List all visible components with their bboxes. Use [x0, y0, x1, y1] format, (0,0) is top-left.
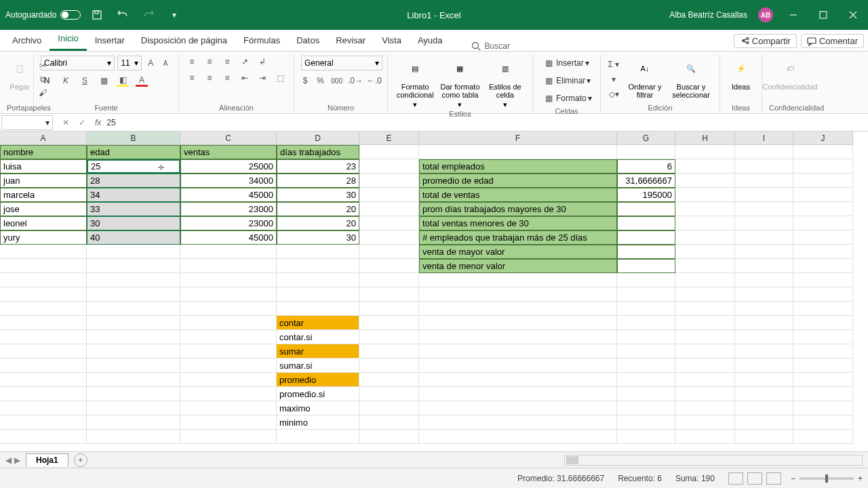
- cell[interactable]: [617, 387, 675, 401]
- cell[interactable]: [735, 202, 793, 216]
- cell[interactable]: [0, 245, 87, 259]
- tab-revisar[interactable]: Revisar: [328, 31, 374, 51]
- function-name[interactable]: sumar.si: [277, 359, 359, 373]
- redo-icon[interactable]: [139, 5, 158, 24]
- function-name[interactable]: promedio: [277, 373, 359, 387]
- cell-ventas[interactable]: 45000: [180, 230, 277, 245]
- cell[interactable]: [419, 302, 617, 316]
- cell[interactable]: [87, 273, 180, 287]
- cell[interactable]: [793, 230, 853, 245]
- font-name-select[interactable]: Calibri▾: [41, 56, 115, 70]
- view-page-break-icon[interactable]: [766, 472, 781, 485]
- summary-label[interactable]: # empleados que trabajan más de 25 días: [419, 230, 617, 245]
- autosum-icon[interactable]: Σ ▾: [608, 58, 620, 70]
- cell[interactable]: [359, 430, 419, 444]
- align-left-icon[interactable]: ≡: [186, 72, 198, 84]
- cell-ventas[interactable]: 45000: [180, 188, 277, 202]
- percent-icon[interactable]: %: [316, 75, 324, 87]
- cell[interactable]: [0, 415, 87, 430]
- cell[interactable]: [793, 344, 853, 359]
- cell-edad[interactable]: 34: [87, 188, 180, 202]
- cell[interactable]: [180, 316, 277, 330]
- cell-ventas[interactable]: 23000: [180, 202, 277, 216]
- fill-icon[interactable]: ▾: [608, 73, 620, 85]
- font-color-icon[interactable]: A: [136, 75, 148, 87]
- zoom-in-icon[interactable]: +: [858, 474, 863, 483]
- cell[interactable]: [359, 145, 419, 159]
- summary-label[interactable]: total de ventas: [419, 188, 617, 202]
- minimize-icon[interactable]: [784, 5, 803, 24]
- cell[interactable]: [675, 344, 735, 359]
- cell-nombre[interactable]: leonel: [0, 216, 87, 230]
- cell[interactable]: [735, 359, 793, 373]
- cell[interactable]: [180, 302, 277, 316]
- col-header-I[interactable]: I: [735, 131, 793, 145]
- summary-value[interactable]: 195000: [617, 188, 675, 202]
- cell[interactable]: [735, 430, 793, 444]
- tab-ayuda[interactable]: Ayuda: [410, 31, 451, 51]
- cell[interactable]: [180, 259, 277, 273]
- cell-nombre[interactable]: marcela: [0, 188, 87, 202]
- maximize-icon[interactable]: [814, 5, 833, 24]
- col-header-G[interactable]: G: [617, 131, 675, 145]
- cell-dias[interactable]: 30: [277, 188, 359, 202]
- thousands-icon[interactable]: 000: [331, 75, 342, 87]
- cell[interactable]: [735, 344, 793, 359]
- save-icon[interactable]: [87, 5, 106, 24]
- font-size-select[interactable]: 11▾: [117, 56, 142, 70]
- sheet-tab[interactable]: Hoja1: [26, 453, 68, 466]
- summary-label[interactable]: venta de mayor valor: [419, 245, 617, 259]
- ideas-button[interactable]: ⚡Ideas: [727, 56, 755, 102]
- col-header-D[interactable]: D: [277, 131, 359, 145]
- cell[interactable]: [277, 273, 359, 287]
- cell[interactable]: [793, 174, 853, 188]
- cell[interactable]: [359, 273, 419, 287]
- cell[interactable]: [735, 273, 793, 287]
- cell[interactable]: [180, 245, 277, 259]
- enter-formula-icon[interactable]: ✓: [79, 118, 85, 127]
- italic-icon[interactable]: K: [60, 75, 72, 87]
- cell[interactable]: [87, 287, 180, 302]
- cell[interactable]: [675, 287, 735, 302]
- cell[interactable]: [675, 387, 735, 401]
- cell[interactable]: [793, 330, 853, 344]
- align-top-icon[interactable]: ≡: [186, 56, 198, 68]
- conditional-format-button[interactable]: ▤Formato condicional▾: [395, 56, 435, 108]
- cell[interactable]: [675, 430, 735, 444]
- cell[interactable]: [793, 287, 853, 302]
- cell-styles-button[interactable]: ▥Estilos de celda▾: [485, 56, 526, 108]
- cell[interactable]: [793, 401, 853, 415]
- cell[interactable]: [419, 415, 617, 430]
- cell[interactable]: [675, 415, 735, 430]
- increase-decimal-icon[interactable]: .0→: [349, 75, 361, 87]
- function-name[interactable]: promedio.si: [277, 387, 359, 401]
- cell[interactable]: [735, 216, 793, 230]
- cell-dias[interactable]: 23: [277, 159, 359, 174]
- col-header-B[interactable]: B: [87, 131, 180, 145]
- increase-indent-icon[interactable]: ⇥: [256, 72, 269, 84]
- cell-edad[interactable]: 33: [87, 202, 180, 216]
- sort-filter-button[interactable]: A↓Ordenar y filtrar: [624, 56, 666, 102]
- cancel-formula-icon[interactable]: ✕: [62, 118, 69, 127]
- header-edad[interactable]: edad: [87, 145, 180, 159]
- col-header-C[interactable]: C: [180, 131, 277, 145]
- tab-datos[interactable]: Datos: [288, 31, 328, 51]
- cell[interactable]: [359, 159, 419, 174]
- underline-icon[interactable]: S: [79, 75, 91, 87]
- function-name[interactable]: contar: [277, 316, 359, 330]
- horizontal-scrollbar[interactable]: [564, 455, 863, 466]
- cell[interactable]: [87, 430, 180, 444]
- cell[interactable]: [675, 359, 735, 373]
- cell[interactable]: [419, 330, 617, 344]
- delete-cells-button[interactable]: ▦Eliminar ▾: [540, 73, 595, 88]
- add-sheet-button[interactable]: +: [74, 453, 87, 467]
- cell[interactable]: [675, 316, 735, 330]
- cell[interactable]: [277, 259, 359, 273]
- tab-disposicion[interactable]: Disposición de página: [133, 31, 235, 51]
- spreadsheet-grid[interactable]: A B C D E F G H I J nombreedadventasdías…: [0, 131, 868, 444]
- cell[interactable]: [793, 415, 853, 430]
- share-button[interactable]: Compartir: [734, 34, 797, 48]
- cell[interactable]: [793, 145, 853, 159]
- col-header-E[interactable]: E: [359, 131, 419, 145]
- align-center-icon[interactable]: ≡: [203, 72, 216, 84]
